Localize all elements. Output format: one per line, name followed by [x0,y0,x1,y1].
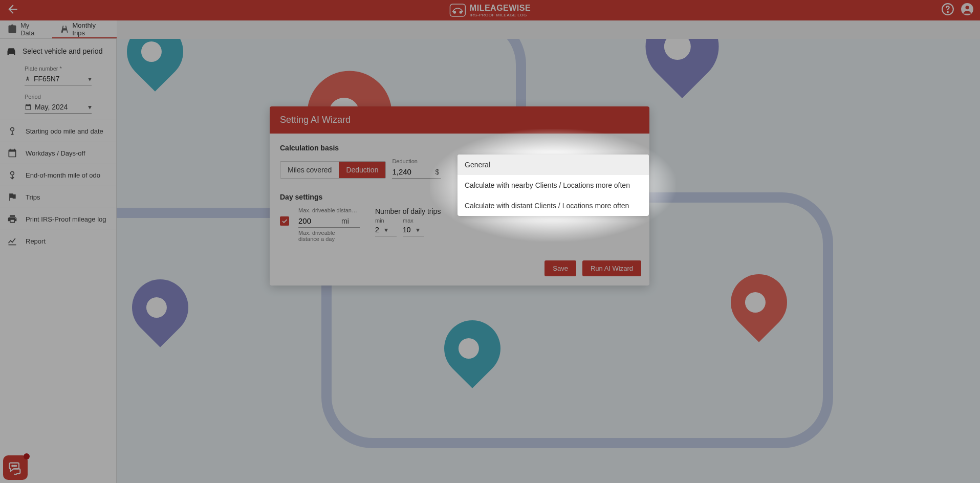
dropdown-option-nearby[interactable]: Calculate with nearby Clients / Location… [458,175,649,195]
dropdown-option-general[interactable]: General [458,155,649,175]
strategy-dropdown: General Calculate with nearby Clients / … [458,155,649,216]
dropdown-option-distant[interactable]: Calculate with distant Clients / Locatio… [458,195,649,216]
dim-overlay[interactable] [0,0,980,483]
